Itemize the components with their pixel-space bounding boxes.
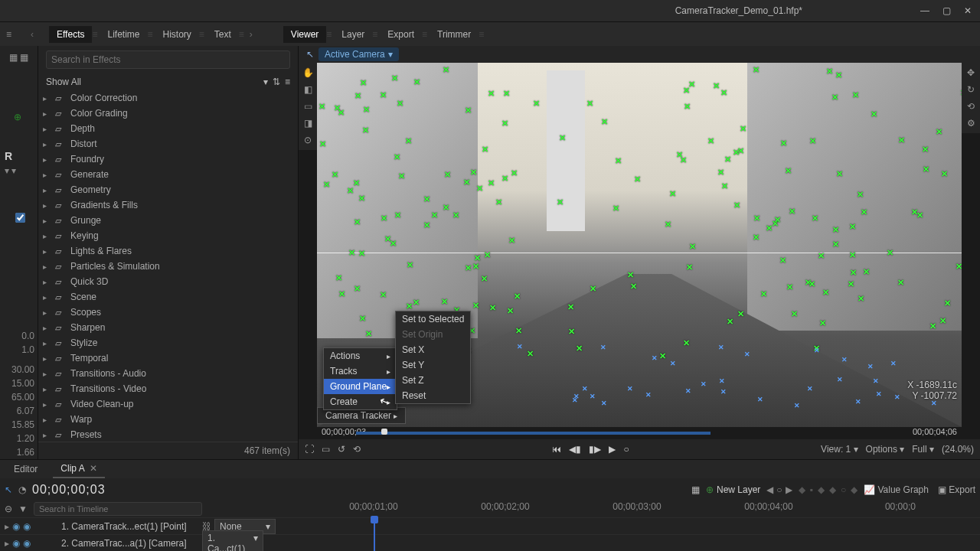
tracker-point[interactable] (452, 210, 460, 217)
repeat-icon[interactable]: ⟲ (353, 444, 361, 455)
expand-icon[interactable]: ▸ (43, 140, 51, 148)
tool-shape-icon[interactable]: ▭ (304, 101, 312, 112)
tracker-point[interactable] (465, 262, 472, 270)
loop-icon[interactable]: ↺ (338, 444, 345, 455)
tracker-point[interactable] (774, 214, 782, 222)
tracker-point[interactable] (826, 66, 834, 73)
playhead[interactable] (374, 517, 375, 551)
effects-category[interactable]: ▸▱Distort (38, 136, 298, 152)
tracker-point[interactable] (849, 249, 857, 257)
tracker-point[interactable] (850, 267, 858, 275)
tracker-point[interactable] (338, 289, 346, 296)
tracker-point[interactable] (586, 98, 594, 106)
tracker-point[interactable] (362, 125, 370, 132)
expand-icon[interactable]: ▸ (43, 339, 51, 347)
track-name[interactable]: 2. CameraTrac...a(1) [Camera] (61, 538, 199, 549)
effects-category[interactable]: ▸▱Particles & Simulation (38, 259, 298, 274)
nav-next-icon[interactable]: ▶ (786, 484, 792, 495)
effects-category[interactable]: ▸▱Warp (38, 412, 298, 427)
tracker-point-ground[interactable] (744, 348, 752, 356)
tracker-point[interactable] (318, 101, 326, 109)
tracker-point[interactable] (630, 281, 638, 289)
ctx-actions[interactable]: Actions▸ (324, 348, 397, 364)
close-tab-icon[interactable]: ✕ (90, 463, 97, 474)
tracker-point[interactable] (717, 167, 725, 174)
effects-category[interactable]: ▸▱Generate (38, 167, 298, 182)
tracker-point[interactable] (319, 139, 327, 146)
ctx-tracks[interactable]: Tracks▸ (324, 364, 397, 379)
tracker-point-ground[interactable] (601, 397, 609, 405)
tracker-point[interactable] (809, 135, 817, 143)
tracker-point[interactable] (819, 318, 827, 325)
add-icon[interactable]: ⊕ (14, 112, 38, 122)
expand-icon[interactable]: ▸ (43, 416, 51, 424)
step-back-button[interactable]: ◀▮ (567, 444, 583, 455)
tracker-point[interactable] (753, 213, 761, 220)
tracker-point[interactable] (533, 98, 541, 106)
tracker-point[interactable] (835, 70, 843, 77)
tracker-point[interactable] (760, 289, 768, 296)
tracker-point[interactable] (501, 118, 509, 126)
timeline-timecode[interactable]: 00;00;00;03 (32, 483, 106, 497)
tracker-point[interactable] (557, 197, 564, 204)
sub-set-y[interactable]: Set Y (396, 357, 470, 373)
tracker-point[interactable] (812, 213, 819, 220)
tracker-point[interactable] (590, 283, 597, 291)
track-row[interactable]: ▸◉◉ 2. CameraTrac...a(1) [Camera] 1. Ca.… (0, 534, 980, 551)
expand-icon[interactable]: ▸ (43, 293, 51, 302)
new-layer-button[interactable]: ⊕New Layer (706, 484, 760, 495)
solo-icon[interactable]: ◉ (23, 521, 31, 532)
tracker-point[interactable] (358, 248, 366, 256)
expand-icon[interactable]: ▸ (43, 125, 51, 133)
tracker-point[interactable] (390, 238, 397, 246)
tracker-point[interactable] (688, 79, 696, 86)
expand-icon[interactable]: ▸ (5, 521, 9, 532)
tracker-point[interactable] (397, 98, 404, 106)
tracker-point[interactable] (848, 279, 855, 286)
tracker-point[interactable] (785, 165, 792, 173)
viewer-scrub[interactable]: 00;00;00;03 00;00;04;06 (317, 427, 962, 439)
tracker-point[interactable] (721, 181, 729, 188)
zoom-level[interactable]: (24.0%) (942, 444, 974, 455)
effects-category[interactable]: ▸▱Depth (38, 121, 298, 136)
viewport[interactable]: Actions▸ Tracks▸ Ground Plane▸ Create▸ C… (317, 63, 962, 427)
tracker-point[interactable] (923, 164, 930, 171)
magnet-icon[interactable]: ⊖ (5, 504, 12, 514)
tab-export[interactable]: Export (380, 26, 422, 43)
tracker-point[interactable] (474, 253, 482, 260)
effects-category[interactable]: ▸▱Temporal (38, 350, 298, 366)
tracker-point-ground[interactable] (841, 354, 849, 361)
hamburger-icon[interactable]: ≡ (6, 29, 21, 40)
nav-prev-icon[interactable]: ◀ (766, 484, 773, 495)
expand-icon[interactable]: ▸ (43, 385, 51, 393)
tracker-point-ground[interactable] (814, 344, 822, 352)
expand-icon[interactable]: ▸ (43, 186, 51, 194)
tracker-point[interactable] (612, 203, 620, 210)
tracker-point[interactable] (634, 174, 642, 181)
tracker-point[interactable] (831, 92, 839, 99)
tab-effects[interactable]: Effects (49, 26, 92, 43)
tracker-point[interactable] (391, 73, 399, 80)
tracker-point[interactable] (916, 210, 924, 217)
tracker-point[interactable] (936, 126, 943, 134)
tracker-point[interactable] (956, 261, 962, 269)
tracker-point[interactable] (398, 171, 406, 178)
tracker-point[interactable] (360, 77, 368, 85)
expand-icon[interactable]: ▸ (43, 247, 51, 256)
tracker-point[interactable] (472, 300, 480, 308)
tracker-point[interactable] (568, 326, 576, 334)
tracker-point[interactable] (441, 296, 449, 304)
tracker-point[interactable] (443, 202, 450, 210)
tracker-point[interactable] (354, 283, 361, 291)
effects-tree[interactable]: ▸▱Color Correction▸▱Color Grading▸▱Depth… (38, 90, 298, 442)
tracker-point-ground[interactable] (890, 357, 898, 365)
tracker-point[interactable] (380, 90, 387, 97)
tracker-point[interactable] (406, 301, 413, 308)
layer-icon[interactable]: ▦ (691, 484, 700, 495)
timeline-search-input[interactable] (34, 502, 202, 516)
visibility-icon[interactable]: ◉ (12, 521, 20, 532)
nav-back-icon[interactable]: ‹ (31, 29, 46, 40)
tab-text[interactable]: Text (207, 26, 239, 43)
tracker-point-ground[interactable] (590, 390, 597, 398)
tracker-point[interactable] (665, 219, 672, 227)
